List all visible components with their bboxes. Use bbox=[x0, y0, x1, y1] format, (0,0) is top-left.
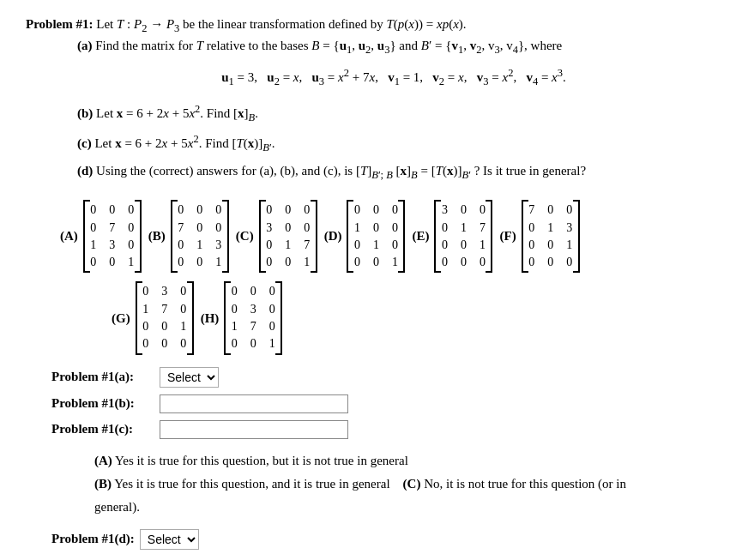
problem-number: Problem #1: bbox=[26, 17, 93, 31]
problem-1a-select[interactable]: Select A B C D E F G H bbox=[160, 367, 219, 388]
matrix-G: 030 170 001 000 bbox=[136, 281, 194, 354]
problem-intro-text: Let T : P2 → P3 be the linear transforma… bbox=[96, 17, 466, 31]
matrix-A: 000 070 130 001 bbox=[83, 200, 142, 273]
matrix-G-label: (G) bbox=[112, 311, 130, 326]
matrix-D-group: (D) 000 100 010 001 bbox=[324, 200, 406, 273]
problem-1d-label: Problem #1(d): bbox=[51, 532, 135, 546]
matrix-C: 000 300 017 001 bbox=[259, 200, 317, 273]
part-b-text: Let x = 6 + 2x + 5x2. Find [x]B. bbox=[96, 106, 258, 120]
option-B-text: (B) Yes it is true for this question, an… bbox=[94, 473, 659, 519]
matrix-H-group: (H) 000 030 170 001 bbox=[201, 281, 283, 354]
matrix-C-group: (C) 000 300 017 001 bbox=[236, 200, 317, 273]
option-A-content: Yes it is true for this question, but it… bbox=[115, 454, 408, 467]
matrix-B-label: (B) bbox=[148, 229, 166, 244]
problem-1c-input[interactable] bbox=[160, 420, 348, 439]
matrix-E: 300 017 001 000 bbox=[434, 200, 492, 273]
part-c-line: (c) Let x = 6 + 2x + 5x2. Find [T(x)]B′. bbox=[77, 130, 710, 157]
basis-definition: u1 = 3, u2 = x, u3 = x2 + 7x, v1 = 1, v2… bbox=[77, 64, 710, 91]
option-A-text: (A) Yes it is true for this question, bu… bbox=[94, 449, 659, 473]
matrix-E-group: (E) 300 017 001 000 bbox=[412, 200, 492, 273]
part-d-line: (d) Using the (correct) answers for (a),… bbox=[77, 160, 710, 184]
answer-row-1c: Problem #1(c): bbox=[51, 420, 710, 439]
part-a-line: (a) Find the matrix for T relative to th… bbox=[77, 35, 710, 59]
problem-header: Problem #1: Let T : P2 → P3 be the linea… bbox=[26, 17, 710, 35]
part-a-label: (a) bbox=[77, 39, 93, 52]
part-a-text: Find the matrix for T relative to the ba… bbox=[95, 39, 562, 52]
problem-1a-label: Problem #1(a): bbox=[51, 370, 154, 384]
matrix-A-label: (A) bbox=[60, 229, 78, 244]
matrix-B: 000 700 013 001 bbox=[171, 200, 229, 273]
matrix-D: 000 100 010 001 bbox=[347, 200, 405, 273]
matrix-H: 000 030 170 001 bbox=[224, 281, 282, 354]
problem-1c-label: Problem #1(c): bbox=[51, 422, 154, 437]
matrices-row-1: (A) 000 070 130 001 (B) 000 700 013 001 … bbox=[60, 200, 710, 273]
part-b-label: (b) bbox=[77, 106, 93, 120]
matrix-A-group: (A) 000 070 130 001 bbox=[60, 200, 142, 273]
matrix-G-group: (G) 030 170 001 000 bbox=[112, 281, 194, 354]
part-d-text: Using the (correct) answers for (a), (b)… bbox=[96, 164, 586, 178]
problem-1b-input[interactable] bbox=[160, 394, 348, 413]
option-B-label: (B) bbox=[94, 477, 112, 491]
matrix-F-group: (F) 700 013 001 000 bbox=[499, 200, 579, 273]
answer-row-1b: Problem #1(b): bbox=[51, 394, 710, 413]
part-d-label: (d) bbox=[77, 164, 93, 178]
problem-1d-select[interactable]: Select A B C bbox=[140, 529, 199, 550]
matrix-B-group: (B) 000 700 013 001 bbox=[148, 200, 229, 273]
matrix-H-label: (H) bbox=[201, 311, 220, 326]
matrix-F: 700 013 001 000 bbox=[522, 200, 580, 273]
option-B-content: Yes it is true for this question, and it… bbox=[114, 477, 402, 491]
problem-1b-label: Problem #1(b): bbox=[51, 396, 154, 411]
matrix-D-label: (D) bbox=[324, 229, 342, 244]
part-a-section: (a) Find the matrix for T relative to th… bbox=[77, 35, 710, 92]
options-section: (A) Yes it is true for this question, bu… bbox=[94, 449, 659, 519]
matrix-E-label: (E) bbox=[412, 229, 429, 244]
part-c-text: Let x = 6 + 2x + 5x2. Find [T(x)]B′. bbox=[94, 136, 274, 150]
answer-row-1a: Problem #1(a): Select A B C D E F G H bbox=[51, 367, 710, 388]
option-A-label: (A) bbox=[94, 454, 112, 467]
matrix-C-label: (C) bbox=[236, 229, 254, 244]
matrix-F-label: (F) bbox=[499, 229, 516, 244]
part-b-line: (b) Let x = 6 + 2x + 5x2. Find [x]B. bbox=[77, 100, 710, 127]
option-C-label-inline: (C) bbox=[403, 477, 421, 491]
answer-row-1d: Problem #1(d): Select A B C bbox=[51, 529, 710, 550]
part-c-label: (c) bbox=[77, 136, 92, 150]
matrices-row-2: (G) 030 170 001 000 (H) 000 030 170 001 bbox=[112, 281, 710, 354]
